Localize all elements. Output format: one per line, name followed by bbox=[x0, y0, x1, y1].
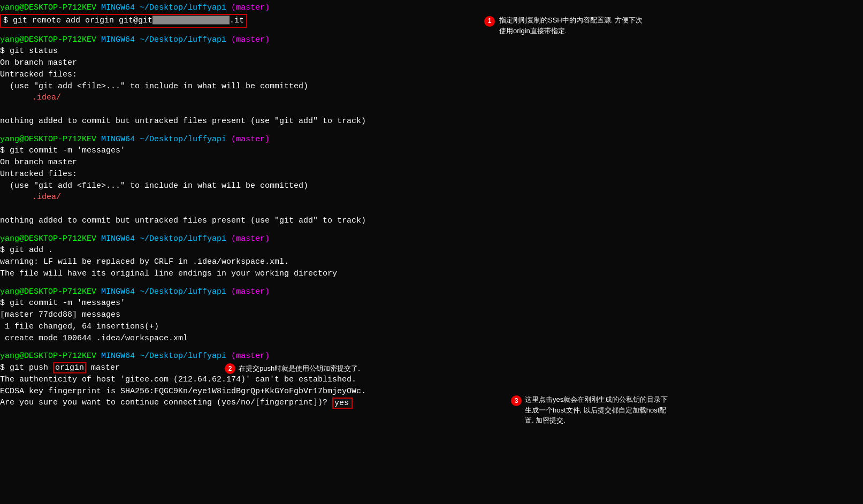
annotation-2: 2 在提交push时就是使用公钥加密提交了. bbox=[225, 362, 360, 374]
terminal-block-6: yang@DESKTOP-P712KEV MINGW64 ~/Desktop/l… bbox=[0, 350, 863, 409]
command-remote-add: $ git remote add origin git@git█████████… bbox=[3, 15, 244, 27]
cmd-status: $ git status bbox=[0, 45, 863, 57]
out-status-2: Untracked files: bbox=[0, 69, 863, 81]
out-commit2-changed: 1 file changed, 64 insertions(+) bbox=[0, 321, 863, 333]
cmd-commit-1: $ git commit -m 'messages' bbox=[0, 145, 863, 157]
cmd-push: $ git push bbox=[0, 363, 53, 372]
terminal-window: yang@DESKTOP-P712KEV MINGW64 ~/Desktop/l… bbox=[0, 0, 863, 411]
annotation-1-text: 指定刚刚复制的SSH中的内容配置源. 方便下次使用origin直接带指定. bbox=[499, 15, 649, 36]
out-status-idea-1: .idea/ bbox=[0, 92, 863, 104]
cmd-commit-2: $ git commit -m 'messages' bbox=[0, 297, 863, 309]
yes-input[interactable] bbox=[332, 398, 353, 409]
annotation-2-badge: 2 bbox=[225, 363, 235, 374]
terminal-block-5: yang@DESKTOP-P712KEV MINGW64 ~/Desktop/l… bbox=[0, 286, 863, 345]
annotation-3: 3 这里点击yes就会在刚刚生成的公私钥的目录下生成一个host文件, 以后提交… bbox=[511, 394, 675, 426]
prompt-1: yang@DESKTOP-P712KEV MINGW64 ~/Desktop/l… bbox=[0, 2, 863, 14]
out-status-3: (use "git add <file>..." to include in w… bbox=[0, 81, 863, 93]
out-status-1: On branch master bbox=[0, 57, 863, 69]
out-commit1-2: Untracked files: bbox=[0, 169, 863, 180]
out-commit1-idea: .idea/ bbox=[0, 192, 863, 203]
out-commit1-1: On branch master bbox=[0, 157, 863, 169]
out-add-file: The file will have its original line end… bbox=[0, 268, 863, 280]
prompt-5: yang@DESKTOP-P712KEV MINGW64 ~/Desktop/l… bbox=[0, 286, 863, 298]
prompt-6: yang@DESKTOP-P712KEV MINGW64 ~/Desktop/l… bbox=[0, 350, 863, 362]
out-commit2-create: create mode 100644 .idea/workspace.xml bbox=[0, 333, 863, 345]
out-push-ecdsa: ECDSA key fingerprint is SHA256:FQGC9Kn/… bbox=[0, 386, 863, 398]
out-commit1-3: (use "git add <file>..." to include in w… bbox=[0, 180, 863, 192]
prompt-2: yang@DESKTOP-P712KEV MINGW64 ~/Desktop/l… bbox=[0, 34, 863, 46]
annotation-1-badge: 1 bbox=[484, 16, 495, 27]
annotation-2-text: 在提交push时就是使用公钥加密提交了. bbox=[239, 363, 360, 374]
out-status-nothing-1: nothing added to commit but untracked fi… bbox=[0, 116, 863, 127]
cmd-add: $ git add . bbox=[0, 245, 863, 256]
annotation-1: 1 指定刚刚复制的SSH中的内容配置源. 方便下次使用origin直接带指定. bbox=[484, 15, 649, 36]
out-push-auth: The authenticity of host 'gitee.com (212… bbox=[0, 374, 863, 386]
prompt-3: yang@DESKTOP-P712KEV MINGW64 ~/Desktop/l… bbox=[0, 134, 863, 146]
out-add-warning: warning: LF will be replaced by CRLF in … bbox=[0, 256, 863, 268]
out-push-question: Are you sure you want to continue connec… bbox=[0, 397, 332, 409]
push-origin-highlight: origin bbox=[53, 362, 86, 373]
out-commit1-blank bbox=[0, 203, 863, 215]
terminal-block-3: yang@DESKTOP-P712KEV MINGW64 ~/Desktop/l… bbox=[0, 134, 863, 227]
out-status-blank-1 bbox=[0, 104, 863, 116]
annotation-3-text: 这里点击yes就会在刚刚生成的公私钥的目录下生成一个host文件, 以后提交都自… bbox=[525, 394, 675, 426]
terminal-block-4: yang@DESKTOP-P712KEV MINGW64 ~/Desktop/l… bbox=[0, 233, 863, 280]
cmd-push-master: master bbox=[86, 363, 120, 372]
terminal-block-1: yang@DESKTOP-P712KEV MINGW64 ~/Desktop/l… bbox=[0, 2, 863, 28]
terminal-block-2: yang@DESKTOP-P712KEV MINGW64 ~/Desktop/l… bbox=[0, 34, 863, 127]
prompt-4: yang@DESKTOP-P712KEV MINGW64 ~/Desktop/l… bbox=[0, 233, 863, 245]
out-commit2-master: [master 77dcd88] messages bbox=[0, 309, 863, 321]
annotation-3-badge: 3 bbox=[511, 395, 522, 406]
out-commit1-nothing: nothing added to commit but untracked fi… bbox=[0, 215, 863, 227]
